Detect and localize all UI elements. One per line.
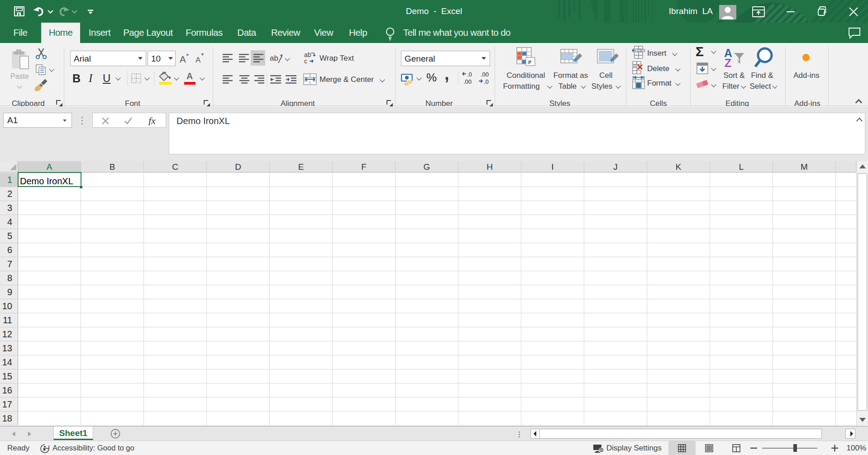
svg-text:.00: .00 xyxy=(481,71,489,78)
svg-text:ab: ab xyxy=(270,54,278,62)
svg-text:c: c xyxy=(304,57,307,64)
svg-text:≠: ≠ xyxy=(528,58,531,66)
svg-text:.00: .00 xyxy=(463,78,472,85)
svg-text:Z: Z xyxy=(725,57,731,69)
svg-text:.0: .0 xyxy=(484,78,489,85)
svg-text:A: A xyxy=(196,56,201,64)
svg-text:fx: fx xyxy=(148,116,156,125)
svg-text:A: A xyxy=(180,54,186,64)
svg-text:.0: .0 xyxy=(467,71,472,78)
